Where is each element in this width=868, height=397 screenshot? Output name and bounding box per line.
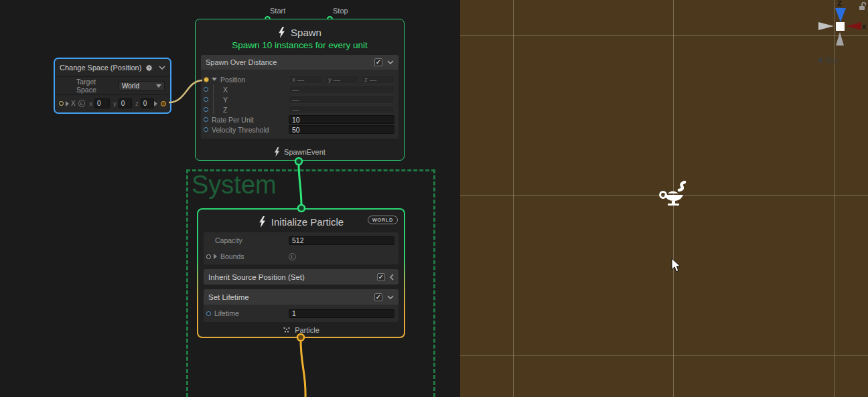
position-row: Position x— y— z—	[201, 74, 399, 84]
position-z-field[interactable]: z—	[361, 75, 394, 84]
scene-gridline	[460, 355, 868, 355]
y-field[interactable]: —	[289, 95, 394, 104]
rate-per-unit-port[interactable]	[204, 117, 208, 122]
output-expander-icon[interactable]	[154, 101, 157, 106]
inherit-source-position-block[interactable]: Inherit Source Position (Set) ✓	[204, 269, 399, 285]
lifetime-panel: Lifetime 1	[204, 305, 399, 322]
capacity-field[interactable]: 512	[289, 236, 394, 245]
spawn-event-label: SpawnEvent	[284, 148, 326, 156]
x-port[interactable]	[204, 87, 208, 92]
chevron-down-icon[interactable]	[159, 66, 165, 70]
chevron-down-icon[interactable]	[387, 295, 394, 299]
gizmo-center-cube[interactable]	[836, 22, 845, 31]
change-space-header[interactable]: Change Space (Position)	[55, 59, 170, 76]
change-space-title: Change Space (Position)	[60, 64, 146, 72]
lifetime-field[interactable]: 1	[289, 309, 394, 318]
spawn-context-node[interactable]: Spawn Spawn 10 instances for every unit …	[195, 19, 405, 161]
x-field[interactable]: —	[289, 85, 394, 94]
position-port[interactable]	[204, 77, 209, 82]
capacity-row: Capacity 512	[204, 232, 399, 248]
system-group-border-left	[186, 169, 188, 397]
spawn-node-subtitle: Spawn 10 instances for every unit	[196, 40, 404, 52]
position-x-field[interactable]: x—	[289, 75, 322, 84]
world-space-badge[interactable]: WORLD	[368, 216, 398, 224]
set-lifetime-block[interactable]: Set Lifetime ✓	[204, 289, 399, 305]
change-space-node[interactable]: Change Space (Position) Target Space Wor…	[54, 58, 171, 114]
lightning-icon	[274, 147, 280, 157]
spawn-over-distance-block: Spawn Over Distance ✓ Position x— y— z—	[201, 55, 399, 139]
position-y-row: Y —	[201, 94, 399, 104]
bounds-row: Bounds L	[204, 248, 399, 264]
gear-icon[interactable]	[146, 65, 152, 71]
lock-open-icon[interactable]	[858, 1, 867, 11]
spawn-start-label: Start	[270, 7, 285, 15]
bounds-expander-icon[interactable]	[214, 254, 217, 259]
spawn-over-distance-header[interactable]: Spawn Over Distance ✓	[201, 55, 399, 70]
bounds-port[interactable]	[206, 254, 211, 259]
vfx-graph-canvas[interactable]: System Start Stop Spawn Spawn 10 instanc…	[0, 0, 460, 397]
vfx-graph-window: System Start Stop Spawn Spawn 10 instanc…	[0, 0, 868, 397]
vfx-lamp-gizmo-icon[interactable]	[658, 181, 686, 208]
z-value-field[interactable]: 0	[141, 98, 154, 108]
x-value-field[interactable]: 0	[94, 98, 110, 108]
spawn-node-title: Spawn	[291, 27, 321, 38]
change-space-output-port[interactable]	[161, 101, 166, 106]
wire-particle-output[interactable]	[301, 340, 305, 397]
scene-gridline	[513, 0, 514, 397]
lightning-icon	[259, 216, 266, 228]
gizmo-z-label: Z	[837, 0, 842, 7]
particle-dots-icon	[283, 327, 291, 333]
space-local-icon[interactable]: L	[289, 253, 296, 260]
mouse-cursor	[671, 258, 681, 273]
position-y-field[interactable]: y—	[325, 75, 358, 84]
gizmo-z-axis-cone[interactable]	[835, 8, 846, 22]
scene-gridline	[460, 35, 868, 36]
target-space-label: Target Space	[76, 78, 115, 94]
spawn-over-distance-checkbox[interactable]: ✓	[374, 58, 382, 66]
rate-per-unit-row: Rate Per Unit 10	[201, 114, 399, 125]
gizmo-left-axis-cone[interactable]	[818, 22, 834, 30]
triangle-left-icon	[817, 57, 822, 64]
velocity-threshold-field[interactable]: 50	[289, 125, 394, 134]
lightning-icon	[278, 27, 285, 38]
initialize-node-title: Initialize Particle	[271, 216, 344, 228]
x-input-label: X	[71, 100, 76, 107]
gizmo-x-label: x	[862, 22, 866, 30]
initialize-particle-node[interactable]: Initialize Particle WORLD Capacity 512 B…	[197, 208, 405, 338]
expander-icon[interactable]	[66, 101, 69, 106]
z-port[interactable]	[204, 107, 208, 112]
chevron-down-icon[interactable]	[387, 60, 394, 64]
y-value-field[interactable]: 0	[119, 98, 132, 108]
y-port[interactable]	[204, 97, 208, 102]
gizmo-down-axis-cone[interactable]	[836, 32, 844, 46]
rate-per-unit-field[interactable]: 10	[289, 115, 394, 124]
change-space-io-row: X L x 0 y 0 z 0	[55, 94, 170, 112]
dropdown-caret-icon	[156, 84, 161, 88]
system-group-border-right	[433, 169, 435, 397]
position-expander-icon[interactable]	[212, 78, 217, 81]
init-settings-panel: Capacity 512 Bounds L	[204, 232, 399, 264]
set-lifetime-checkbox[interactable]: ✓	[374, 293, 382, 301]
lifetime-row: Lifetime 1	[204, 305, 399, 322]
position-label: Position	[220, 76, 245, 84]
lifetime-port[interactable]	[206, 311, 211, 316]
particle-output-label: Particle	[295, 326, 319, 334]
target-space-dropdown[interactable]: World	[119, 81, 165, 91]
z-field[interactable]: —	[289, 105, 394, 114]
gizmo-x-axis-cone[interactable]	[846, 22, 861, 30]
spawn-stop-label: Stop	[333, 7, 348, 15]
velocity-threshold-row: Velocity Threshold 50	[201, 125, 399, 135]
position-x-row: X —	[201, 84, 399, 94]
system-group-label: System	[192, 171, 277, 200]
velocity-threshold-port[interactable]	[204, 127, 208, 132]
change-space-input-port[interactable]	[59, 101, 64, 106]
gizmo-view-label[interactable]: Top	[817, 55, 839, 65]
chevron-left-icon[interactable]	[390, 274, 394, 281]
inherit-checkbox[interactable]: ✓	[377, 273, 385, 281]
space-local-icon[interactable]: L	[78, 100, 85, 107]
target-space-row: Target Space World	[55, 77, 170, 94]
position-z-row: Z —	[201, 104, 399, 114]
scene-view[interactable]: Z x Top	[460, 0, 868, 397]
spawn-over-distance-title: Spawn Over Distance	[206, 58, 374, 66]
